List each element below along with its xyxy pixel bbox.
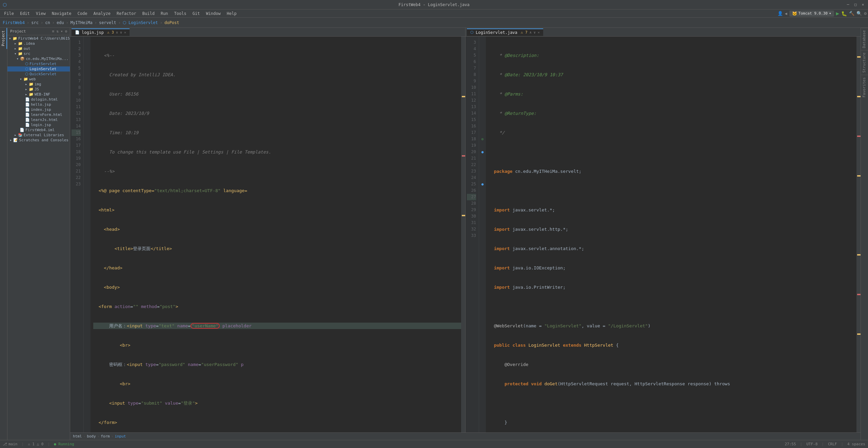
left-warning-stripe — [461, 37, 465, 432]
menu-run[interactable]: Run — [158, 11, 171, 17]
code-line-1: <%-- — [93, 52, 461, 59]
tree-item-scratches[interactable]: ▸ 📝 Scratches and Consoles — [7, 138, 70, 143]
breadcrumb-project[interactable]: FirstWeb4 — [3, 20, 25, 25]
favorites-tab[interactable]: Favorites — [861, 75, 868, 100]
r-line-6: * @ReturnType: — [489, 110, 856, 117]
tree-item-package[interactable]: ▾ 📦 cn.edu.MyITHeiMa... — [7, 56, 70, 61]
code-line-5: Time: 10:19 — [93, 129, 461, 136]
tree-item-firstweb4[interactable]: ▾ 📁 FirstWeb4 C:\Users\8615... — [7, 36, 70, 41]
project-panel-gear[interactable]: ⚙ — [65, 29, 67, 34]
tree-item-hello[interactable]: 📄 hello.jsp — [7, 102, 70, 107]
minimize-button[interactable]: ─ — [846, 2, 850, 7]
tree-item-extlibs[interactable]: ▸ 📚 External Libraries — [7, 133, 70, 138]
bc-html[interactable]: html — [73, 434, 82, 439]
database-tab[interactable]: Database — [861, 28, 868, 50]
breadcrumb-dopost[interactable]: doPost — [164, 20, 179, 25]
tree-item-learnjs[interactable]: 📄 learnJs.html — [7, 117, 70, 122]
settings-icon[interactable]: ⚙ — [864, 11, 867, 16]
status-git[interactable]: ⎇ main — [3, 442, 18, 446]
breadcrumb-loginservlet[interactable]: ⬡ LoginServlet — [123, 20, 158, 25]
bc-body[interactable]: body — [87, 434, 96, 439]
r-line-16 — [489, 303, 856, 310]
r-line-15: import java.io.PrintWriter; — [489, 284, 856, 290]
down-arrow-right[interactable]: ∨ — [534, 30, 536, 34]
left-code-editor[interactable]: 1 2 3 4 5 6 7 8 9 10 11 12 13 — [70, 37, 465, 432]
menu-file[interactable]: File — [1, 11, 17, 17]
project-folder-icon: 📁 — [13, 36, 17, 41]
tree-item-firstservlet[interactable]: ⬡ FirstServlet — [7, 61, 70, 66]
expand-icon-webinf: ▸ — [25, 92, 27, 97]
code-line-6: To change this template use File | Setti… — [93, 149, 461, 155]
breadcrumb-edu[interactable]: edu — [57, 20, 64, 25]
tomcat-config[interactable]: 🐱 Tomcat 9.0.30 ▾ — [789, 11, 834, 17]
tab-label-servlet: LoginServlet.java — [476, 30, 517, 35]
menu-help[interactable]: Help — [224, 11, 239, 17]
tab-login-jsp[interactable]: 📄 login.jsp ⚠ 3 ∧ ∨ ✕ — [72, 28, 130, 36]
bc-form[interactable]: form — [101, 434, 110, 439]
menu-edit[interactable]: Edit — [17, 11, 33, 17]
tree-item-webinf[interactable]: ▸ 📁 WEB-INF — [7, 92, 70, 97]
project-panel-collapse[interactable]: ▾ — [61, 29, 63, 34]
up-arrow-right[interactable]: ∧ — [530, 30, 532, 34]
menu-tools[interactable]: Tools — [172, 11, 189, 17]
menu-git[interactable]: Git — [190, 11, 203, 17]
menu-code[interactable]: Code — [75, 11, 90, 17]
tomcat-label: Tomcat 9.0.30 — [798, 11, 828, 16]
tree-item-iml[interactable]: 📄 FirstWeb4.iml — [7, 127, 70, 133]
project-panel-sort[interactable]: ⇅ — [56, 29, 59, 34]
menu-navigate[interactable]: Navigate — [49, 11, 74, 17]
nav-back-icon[interactable]: ◀ — [785, 11, 787, 16]
expand-icon-sc: ▸ — [10, 138, 12, 142]
status-indent[interactable]: 4 spaces — [847, 442, 865, 446]
tree-item-web[interactable]: ▾ 📁 web — [7, 77, 70, 82]
menu-refactor[interactable]: Refactor — [114, 11, 139, 17]
scratch-icon: 📝 — [13, 138, 18, 142]
right-code-content[interactable]: * @Description: * @Date: 2023/10/9 10:37… — [486, 37, 856, 432]
breadcrumb-myithema[interactable]: MyITHeiMa — [71, 20, 93, 25]
down-arrow-left[interactable]: ∨ — [120, 30, 122, 34]
tree-item-idea[interactable]: ▸ 📁 .idea — [7, 41, 70, 46]
right-code-editor[interactable]: 3 4 5 6 7 8 9 10 11 12 13 14 15 — [466, 37, 861, 432]
tree-item-quickservlet[interactable]: ⬡ QuickServlet — [7, 72, 70, 77]
up-arrow-left[interactable]: ∧ — [116, 30, 118, 34]
menu-analyze[interactable]: Analyze — [91, 11, 113, 17]
tree-item-dologin[interactable]: 📄 dologin.html — [7, 97, 70, 102]
code-line-15: 用户名：<input type="text" name="userName" p… — [93, 323, 461, 329]
tree-item-loginservlet[interactable]: ⬡ LoginServlet — [7, 66, 70, 72]
bc-input[interactable]: input — [115, 434, 126, 439]
menu-window[interactable]: Window — [203, 11, 223, 17]
tree-item-src[interactable]: ▾ 📁 src — [7, 51, 70, 56]
left-code-content[interactable]: <%-- Created by IntelliJ IDEA. User: 861… — [91, 37, 461, 432]
close-button[interactable]: ✕ — [861, 2, 865, 7]
left-line-numbers: 1 2 3 4 5 6 7 8 9 10 11 12 13 — [70, 37, 84, 432]
tree-item-learnform[interactable]: 📄 learnForm.html — [7, 112, 70, 117]
menu-build[interactable]: Build — [140, 11, 157, 17]
menu-view[interactable]: View — [33, 11, 48, 17]
maximize-button[interactable]: □ — [853, 2, 858, 7]
tree-item-img[interactable]: ▸ 📁 img — [7, 82, 70, 87]
tab-loginservlet[interactable]: ⬡ LoginServlet.java ⚠ 7 ∧ ∨ ✕ — [467, 28, 543, 36]
debug-button[interactable]: 🐛 — [841, 11, 847, 16]
r-line-10 — [489, 187, 856, 194]
tree-item-login[interactable]: 📄 login.jsp — [7, 122, 70, 127]
status-separator-4: | — [822, 442, 824, 446]
tree-item-index[interactable]: 📄 index.jsp — [7, 107, 70, 112]
status-crlf[interactable]: CRLF — [828, 442, 837, 446]
build-button[interactable]: 🔨 — [849, 11, 854, 16]
status-encoding[interactable]: UTF-8 — [806, 442, 817, 446]
close-tab-right[interactable]: ✕ — [538, 30, 540, 34]
tree-item-js[interactable]: ▸ 📁 JS — [7, 87, 70, 92]
search-everywhere-icon[interactable]: 🔍 — [856, 11, 862, 16]
breadcrumb-cn[interactable]: cn — [45, 20, 50, 25]
structure-tab[interactable]: Structure — [861, 50, 868, 75]
close-tab-left[interactable]: ✕ — [124, 30, 126, 34]
run-green-button[interactable]: ▶ — [836, 10, 840, 17]
breadcrumb-servelt[interactable]: servelt — [99, 20, 116, 25]
account-icon[interactable]: 👤 — [777, 11, 783, 16]
project-tab[interactable]: Project — [0, 28, 7, 49]
project-panel-settings[interactable]: ≡ — [52, 29, 55, 34]
status-warnings[interactable]: ⚠ 1 △ 0 — [28, 442, 43, 446]
code-line-7: --%> — [93, 168, 461, 175]
tree-item-out[interactable]: ▸ 📁 out — [7, 46, 70, 51]
breadcrumb-src[interactable]: src — [31, 20, 39, 25]
